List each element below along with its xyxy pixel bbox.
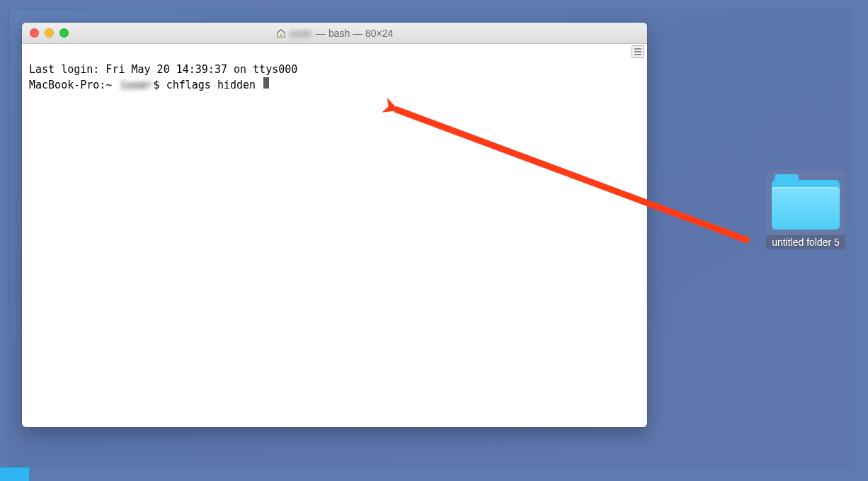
prompt-user-blurred: iuser <box>118 78 153 92</box>
prompt-dollar: $ <box>154 78 166 92</box>
title-user-blurred: iuser <box>290 28 312 39</box>
window-title: iuser — bash — 80×24 <box>22 28 647 39</box>
folder-label[interactable]: untitled folder 5 <box>766 235 845 249</box>
cursor-icon <box>263 77 269 89</box>
terminal-prompt-line: MacBook-Pro:~ iuser$ chflags hidden <box>29 77 640 92</box>
close-button[interactable] <box>30 28 39 38</box>
typed-command: chflags hidden <box>166 78 262 92</box>
prompt-host: MacBook-Pro:~ <box>29 78 118 92</box>
traffic-lights <box>22 28 69 38</box>
title-suffix: — bash — 80×24 <box>316 28 393 39</box>
terminal-output[interactable]: Last login: Fri May 20 14:39:37 on ttys0… <box>22 44 647 427</box>
desktop-folder[interactable]: untitled folder 5 <box>756 174 855 249</box>
folder-icon <box>770 174 841 231</box>
minimize-button[interactable] <box>45 28 54 38</box>
svg-rect-0 <box>280 33 281 37</box>
terminal-line-last-login: Last login: Fri May 20 14:39:37 on ttys0… <box>29 63 297 76</box>
home-icon <box>276 28 286 38</box>
zoom-button[interactable] <box>59 28 69 38</box>
window-titlebar[interactable]: iuser — bash — 80×24 <box>22 23 647 44</box>
dock-edge <box>0 467 30 481</box>
terminal-window: iuser — bash — 80×24 Last login: Fri May… <box>22 23 647 427</box>
